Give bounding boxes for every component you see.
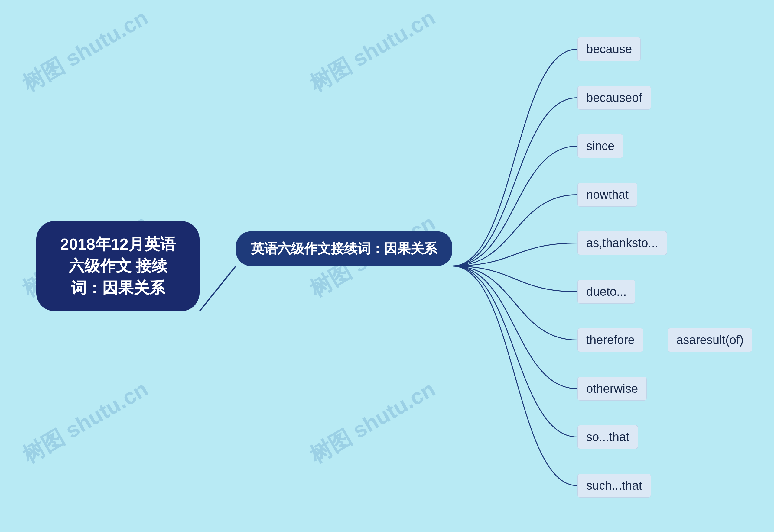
center-label: 英语六级作文接续词：因果关系 <box>251 241 437 256</box>
root-label: 2018年12月英语六级作文 接续词：因果关系 <box>60 235 176 297</box>
branch-becauseof: becauseof <box>577 86 651 110</box>
branch-as-thanksto: as,thanksto... <box>577 231 667 255</box>
branch-nowthat: nowthat <box>577 183 637 207</box>
svg-line-0 <box>200 266 236 311</box>
branch-since: since <box>577 134 623 158</box>
sub-branch-asaresultof: asaresult(of) <box>668 328 752 352</box>
center-node: 英语六级作文接续词：因果关系 <box>236 231 452 266</box>
root-node: 2018年12月英语六级作文 接续词：因果关系 <box>36 221 200 311</box>
branch-suchthat: such...that <box>577 474 651 498</box>
watermark-5: 树图 shutu.cn <box>17 375 153 470</box>
watermark-6: 树图 shutu.cn <box>305 375 440 470</box>
branch-dueto: dueto... <box>577 280 635 304</box>
branch-because: because <box>577 37 641 61</box>
branch-therefore: therefore <box>577 328 643 352</box>
watermark-1: 树图 shutu.cn <box>17 3 153 98</box>
branch-sothat: so...that <box>577 425 638 449</box>
branch-otherwise: otherwise <box>577 377 647 401</box>
watermark-2: 树图 shutu.cn <box>305 3 440 98</box>
